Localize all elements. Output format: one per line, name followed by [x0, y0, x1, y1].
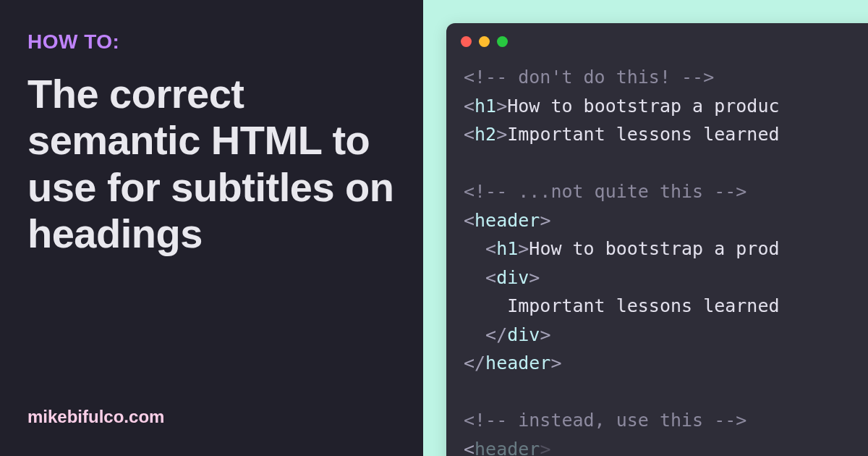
page-title: The correct semantic HTML to use for sub…: [27, 71, 396, 258]
site-domain: mikebifulco.com: [27, 407, 164, 427]
eyebrow-label: HOW TO:: [27, 30, 396, 54]
code-block: <!-- don't do this! --><h1>How to bootst…: [446, 57, 868, 456]
code-window: <!-- don't do this! --><h1>How to bootst…: [446, 23, 868, 456]
maximize-icon: [497, 36, 508, 47]
info-panel: HOW TO: The correct semantic HTML to use…: [0, 0, 423, 456]
code-panel: <!-- don't do this! --><h1>How to bootst…: [423, 0, 868, 456]
minimize-icon: [479, 36, 490, 47]
window-chrome: [446, 23, 868, 57]
close-icon: [461, 36, 472, 47]
